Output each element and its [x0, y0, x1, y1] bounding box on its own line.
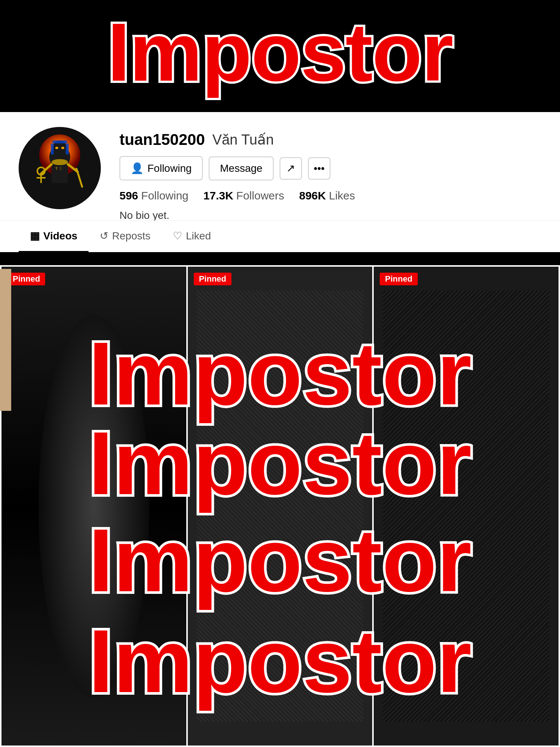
svg-point-15 [55, 147, 58, 149]
likes-count: 896K [299, 189, 326, 202]
following-count: 596 [119, 189, 138, 202]
tab-liked[interactable]: ♡ Liked [162, 221, 222, 252]
more-icon: ••• [314, 162, 324, 174]
message-button[interactable]: Message [209, 156, 274, 180]
videos-grid: Pinned Pinned Pinned [0, 265, 560, 747]
action-buttons: 👤 Following Message ↗ ••• [119, 156, 541, 180]
display-name: Văn Tuấn [212, 131, 274, 148]
pinned-badge-3: Pinned [380, 273, 417, 285]
video-thumb-1[interactable]: Pinned [1, 267, 186, 746]
username-row: tuan150200 Văn Tuấn [119, 131, 541, 149]
avatar: ☥ 𓂀 [19, 127, 101, 209]
videos-icon: ▦ [30, 230, 40, 242]
tab-videos-label: Videos [43, 230, 77, 242]
followers-count: 17.3K [203, 189, 233, 202]
svg-text:𓂀: 𓂀 [60, 166, 61, 171]
following-button[interactable]: 👤 Following [119, 156, 203, 180]
thumb-visual-2 [197, 291, 363, 722]
share-icon: ↗ [286, 162, 295, 174]
svg-point-5 [52, 159, 68, 165]
tab-videos[interactable]: ▦ Videos [19, 221, 88, 252]
following-button-label: Following [147, 162, 192, 174]
stats-row: 596 Following 17.3K Followers 896K Likes [119, 189, 541, 202]
following-stat[interactable]: 596 Following [119, 189, 189, 202]
profile-info: tuan150200 Văn Tuấn 👤 Following Message … [119, 127, 541, 221]
top-impostor-text: Impostor [0, 11, 560, 93]
pinned-badge-2: Pinned [194, 273, 231, 285]
profile-section: ☥ 𓂀 tuan150200 Văn Tuấn 👤 Following Mess… [0, 112, 560, 233]
thumb-visual-3 [383, 291, 549, 722]
svg-point-16 [61, 147, 64, 149]
bio-text: No bio yet. [119, 210, 541, 221]
svg-rect-6 [52, 140, 67, 143]
username: tuan150200 [119, 131, 205, 149]
reposts-icon: ↺ [100, 230, 108, 242]
likes-stat[interactable]: 896K Likes [299, 189, 355, 202]
thumb-visual-1 [38, 314, 149, 698]
followers-label: Followers [236, 189, 284, 202]
message-button-label: Message [220, 162, 262, 174]
person-check-icon: 👤 [131, 162, 144, 174]
followers-stat[interactable]: 17.3K Followers [203, 189, 284, 202]
tab-reposts[interactable]: ↺ Reposts [88, 221, 162, 252]
video-thumb-2[interactable]: Pinned [188, 267, 373, 746]
pinned-badge-1: Pinned [7, 273, 45, 285]
liked-icon: ♡ [173, 230, 182, 242]
left-partial-element [0, 269, 11, 411]
tabs-section: ▦ Videos ↺ Reposts ♡ Liked [0, 220, 560, 252]
svg-rect-7 [51, 143, 54, 155]
video-thumb-3[interactable]: Pinned [374, 267, 559, 746]
following-label: Following [141, 189, 189, 202]
svg-rect-8 [66, 143, 69, 155]
tab-reposts-label: Reposts [112, 230, 150, 242]
more-button[interactable]: ••• [308, 157, 330, 180]
share-button[interactable]: ↗ [280, 157, 302, 180]
tab-liked-label: Liked [186, 230, 211, 242]
likes-label: Likes [329, 189, 355, 202]
svg-text:☥: ☥ [55, 166, 58, 171]
